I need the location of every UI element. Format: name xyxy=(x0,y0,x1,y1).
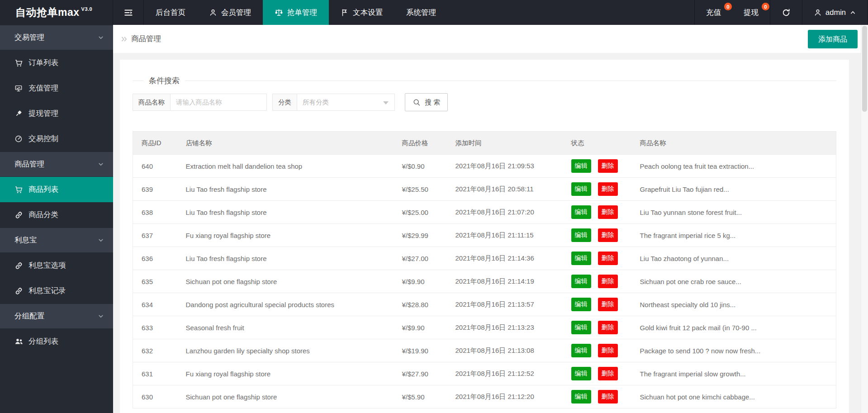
cell-added-time: 2021年08月16日 21:11:15 xyxy=(442,224,558,247)
column-header: 添加时间 xyxy=(442,132,558,155)
edit-button[interactable]: 编辑 xyxy=(571,321,591,334)
username: admin xyxy=(825,8,846,17)
delete-button[interactable]: 删除 xyxy=(598,182,618,196)
table-row: 636 Liu Tao fresh flagship store ¥/$27.0… xyxy=(133,247,836,270)
link-icon xyxy=(14,261,24,270)
sidebar-item[interactable]: 充值管理 xyxy=(0,76,113,101)
delete-button[interactable]: 删除 xyxy=(598,205,618,219)
cell-product-name: Gold kiwi fruit 12 pack mail (in 70-90 .… xyxy=(626,316,836,339)
table-row: 630 Sichuan pot one flagship store ¥/$5.… xyxy=(133,385,836,408)
nav-tab[interactable]: 抢单管理 xyxy=(263,0,329,25)
sidebar-item-label: 商品列表 xyxy=(28,185,58,195)
cell-price: ¥/$28.80 xyxy=(389,293,442,316)
sidebar-item[interactable]: 分组列表 xyxy=(0,329,113,354)
sidebar-section-header[interactable]: 交易管理 xyxy=(0,25,113,50)
page-scrollbar[interactable] xyxy=(861,25,868,413)
sidebar-section-header[interactable]: 利息宝 xyxy=(0,228,113,253)
cell-product-name: Sichuan hot pot one kimchi cabbage... xyxy=(626,385,836,408)
cell-price: ¥/$25.50 xyxy=(389,178,442,201)
withdraw-nav-button[interactable]: 提现 0 xyxy=(732,0,770,25)
sidebar-section-header[interactable]: 商品管理 xyxy=(0,152,113,177)
edit-button[interactable]: 编辑 xyxy=(571,205,591,219)
main-area: 商品管理 添加商品 条件搜索 商品名称 分类 所有分类 xyxy=(113,25,861,413)
sidebar-item-label: 提现管理 xyxy=(28,109,58,119)
cell-price: ¥/$5.90 xyxy=(389,385,442,408)
scales-icon xyxy=(275,8,283,17)
gavel-icon xyxy=(14,109,24,118)
nav-tab[interactable]: 文本设置 xyxy=(329,0,394,25)
column-header: 商品名称 xyxy=(626,132,836,155)
cell-status: 编辑删除 xyxy=(558,293,626,316)
edit-button[interactable]: 编辑 xyxy=(571,367,591,380)
delete-button[interactable]: 删除 xyxy=(598,275,618,288)
delete-button[interactable]: 删除 xyxy=(598,321,618,334)
user-menu[interactable]: admin xyxy=(802,0,868,25)
edit-button[interactable]: 编辑 xyxy=(571,159,591,173)
recharge-nav-button[interactable]: 充值 0 xyxy=(694,0,732,25)
delete-button[interactable]: 删除 xyxy=(598,228,618,242)
withdraw-label: 提现 xyxy=(744,8,759,18)
sidebar-item-label: 利息宝选项 xyxy=(28,261,66,271)
edit-button[interactable]: 编辑 xyxy=(571,390,591,404)
table-row: 631 Fu xiang royal flagship store ¥/$27.… xyxy=(133,362,836,385)
products-table: 商品ID店铺名称商品价格添加时间状态商品名称 640 Extraction me… xyxy=(133,131,836,408)
edit-button[interactable]: 编辑 xyxy=(571,228,591,242)
users-icon xyxy=(14,337,24,346)
sidebar-collapse-button[interactable] xyxy=(113,0,144,25)
delete-button[interactable]: 删除 xyxy=(598,252,618,265)
sidebar-item[interactable]: 利息宝选项 xyxy=(0,253,113,278)
cart-icon xyxy=(14,185,24,194)
sidebar-item-label: 商品分类 xyxy=(28,210,58,220)
add-product-button[interactable]: 添加商品 xyxy=(808,30,858,48)
delete-button[interactable]: 删除 xyxy=(598,344,618,357)
edit-button[interactable]: 编辑 xyxy=(571,182,591,196)
app-version: V3.0 xyxy=(81,6,93,12)
withdraw-badge: 0 xyxy=(762,3,769,10)
nav-tabs: 后台首页会员管理抢单管理文本设置系统管理 xyxy=(144,0,448,25)
sidebar-item[interactable]: 提现管理 xyxy=(0,101,113,126)
sidebar-item[interactable]: 商品列表 xyxy=(0,177,113,202)
nav-tab[interactable]: 系统管理 xyxy=(394,0,448,25)
scrollbar-thumb[interactable] xyxy=(862,26,867,112)
cell-store-name: Extraction melt hall dandelion tea shop xyxy=(172,155,389,178)
product-name-input[interactable] xyxy=(171,94,267,111)
delete-button[interactable]: 删除 xyxy=(598,159,618,173)
nav-tab[interactable]: 后台首页 xyxy=(144,0,197,25)
sidebar-item[interactable]: 交易控制 xyxy=(0,126,113,152)
cell-added-time: 2021年08月16日 21:13:08 xyxy=(442,339,558,362)
delete-button[interactable]: 删除 xyxy=(598,298,618,311)
cell-price: ¥/$9.90 xyxy=(389,316,442,339)
cell-product-name: Package to send 100 ? now now fresh... xyxy=(626,339,836,362)
edit-button[interactable]: 编辑 xyxy=(571,298,591,311)
recharge-badge: 0 xyxy=(724,3,732,10)
delete-button[interactable]: 删除 xyxy=(598,390,618,404)
chevron-down-icon xyxy=(98,34,104,41)
cell-product-name: Liu Tao yunnan stone forest fruit... xyxy=(626,201,836,224)
cell-product-name: The fragrant imperial rice 5 kg... xyxy=(626,224,836,247)
table-row: 633 Seasonal fresh fruit ¥/$9.90 2021年08… xyxy=(133,316,836,339)
refresh-button[interactable] xyxy=(770,0,802,25)
sidebar-section-header[interactable]: 分组配置 xyxy=(0,304,113,329)
cell-product-id: 633 xyxy=(133,316,172,339)
cell-product-id: 631 xyxy=(133,362,172,385)
sidebar-item[interactable]: 商品分类 xyxy=(0,202,113,228)
nav-tab[interactable]: 会员管理 xyxy=(197,0,263,25)
board-icon xyxy=(14,84,24,92)
select-caret-icon xyxy=(383,101,389,104)
cell-added-time: 2021年08月16日 21:14:36 xyxy=(442,247,558,270)
cell-price: ¥/$29.99 xyxy=(389,224,442,247)
edit-button[interactable]: 编辑 xyxy=(571,252,591,265)
edit-button[interactable]: 编辑 xyxy=(571,344,591,357)
cell-added-time: 2021年08月16日 21:07:20 xyxy=(442,201,558,224)
category-select[interactable]: 所有分类 xyxy=(297,94,395,111)
sidebar-item-label: 订单列表 xyxy=(28,58,58,68)
page-title: 商品管理 xyxy=(131,34,161,44)
sidebar-item[interactable]: 订单列表 xyxy=(0,50,113,76)
search-button[interactable]: 搜 索 xyxy=(405,93,448,111)
sidebar-item[interactable]: 利息宝记录 xyxy=(0,278,113,304)
gauge-icon xyxy=(14,135,24,143)
edit-button[interactable]: 编辑 xyxy=(571,275,591,288)
breadcrumb: 商品管理 xyxy=(120,34,161,44)
delete-button[interactable]: 删除 xyxy=(598,367,618,380)
search-form: 商品名称 分类 所有分类 搜 索 xyxy=(133,93,836,111)
